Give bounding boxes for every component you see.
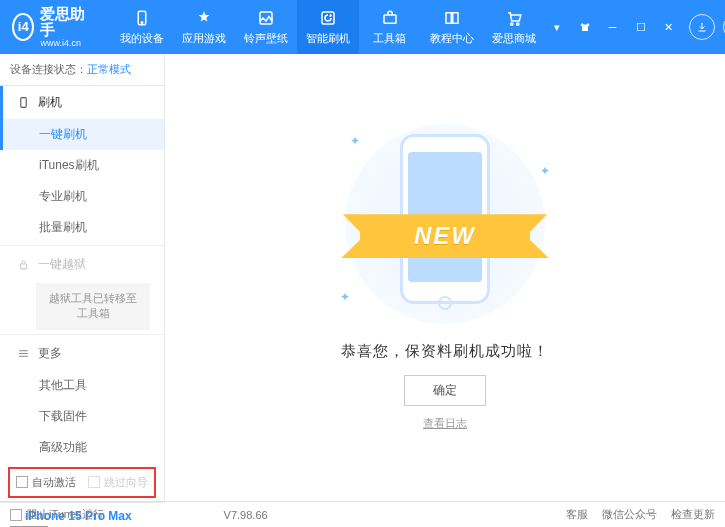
- ok-button[interactable]: 确定: [404, 375, 486, 406]
- new-text: NEW: [414, 222, 476, 250]
- checkbox-label: 跳过向导: [104, 475, 148, 490]
- version-label: V7.98.66: [224, 509, 268, 521]
- image-icon: [256, 8, 276, 28]
- nav-label: 智能刷机: [306, 31, 350, 46]
- close-button[interactable]: ✕: [657, 15, 681, 39]
- connection-status: 设备连接状态：正常模式: [0, 54, 164, 86]
- sidebar: 设备连接状态：正常模式 刷机 一键刷机 iTunes刷机 专业刷机 批量刷机 一…: [0, 54, 165, 501]
- nav-label: 应用游戏: [182, 31, 226, 46]
- minimize-button[interactable]: ─: [601, 15, 625, 39]
- nav-label: 爱思商城: [492, 31, 536, 46]
- nav-label: 工具箱: [373, 31, 406, 46]
- checkbox-icon: [16, 476, 28, 488]
- nav-my-device[interactable]: 我的设备: [111, 0, 173, 54]
- jailbreak-note: 越狱工具已转移至工具箱: [36, 283, 150, 330]
- section-flash[interactable]: 刷机: [0, 86, 164, 119]
- svg-rect-8: [21, 98, 26, 108]
- svg-point-1: [141, 22, 143, 24]
- auto-activate-checkbox[interactable]: 自动激活: [16, 475, 76, 490]
- logo: i4 爱思助手 www.i4.cn: [12, 6, 87, 49]
- checkbox-label: 自动激活: [32, 475, 76, 490]
- maximize-button[interactable]: ☐: [629, 15, 653, 39]
- svg-rect-4: [384, 15, 396, 23]
- sidebar-itunes-flash[interactable]: iTunes刷机: [0, 150, 164, 181]
- block-itunes-checkbox[interactable]: 阻止iTunes运行: [10, 507, 104, 522]
- svg-point-6: [516, 23, 518, 25]
- section-jailbreak: 一键越狱: [0, 248, 164, 281]
- section-title: 刷机: [38, 94, 62, 111]
- section-more[interactable]: 更多: [0, 337, 164, 370]
- svg-rect-9: [20, 264, 27, 269]
- options-row: 自动激活 跳过向导: [8, 467, 156, 498]
- status-value: 正常模式: [87, 63, 131, 75]
- phone-icon: [132, 8, 152, 28]
- sidebar-other-tools[interactable]: 其他工具: [0, 370, 164, 401]
- list-icon: [17, 347, 30, 360]
- view-log-link[interactable]: 查看日志: [423, 416, 467, 431]
- footer-wechat[interactable]: 微信公众号: [602, 507, 657, 522]
- sidebar-one-click-flash[interactable]: 一键刷机: [0, 119, 164, 150]
- main-panel: ✦ ✦ ✦ NEW 恭喜您，保资料刷机成功啦！ 确定 查看日志: [165, 54, 725, 501]
- lock-icon: [17, 258, 30, 271]
- nav-label: 铃声壁纸: [244, 31, 288, 46]
- refresh-icon: [318, 8, 338, 28]
- footer: 阻止iTunes运行 V7.98.66 客服 微信公众号 检查更新: [0, 501, 725, 527]
- nav-ringtones[interactable]: 铃声壁纸: [235, 0, 297, 54]
- window-controls: ▾ ─ ☐ ✕: [545, 14, 725, 40]
- app-url: www.i4.cn: [40, 39, 86, 49]
- nav-store[interactable]: 爱思商城: [483, 0, 545, 54]
- sidebar-batch-flash[interactable]: 批量刷机: [0, 212, 164, 243]
- svg-point-5: [510, 23, 512, 25]
- flash-icon: [17, 96, 30, 109]
- status-label: 设备连接状态：: [10, 63, 87, 75]
- menu-icon[interactable]: ▾: [545, 15, 569, 39]
- logo-icon: i4: [12, 13, 34, 41]
- toolbox-icon: [380, 8, 400, 28]
- nav-label: 我的设备: [120, 31, 164, 46]
- nav-flash[interactable]: 智能刷机: [297, 0, 359, 54]
- nav-tabs: 我的设备 应用游戏 铃声壁纸 智能刷机 工具箱 教程中心 爱思商城: [111, 0, 545, 54]
- book-icon: [442, 8, 462, 28]
- download-button[interactable]: [689, 14, 715, 40]
- section-title: 一键越狱: [38, 256, 86, 273]
- sidebar-download-firmware[interactable]: 下载固件: [0, 401, 164, 432]
- skip-guide-checkbox[interactable]: 跳过向导: [88, 475, 148, 490]
- checkbox-label: 阻止iTunes运行: [27, 507, 104, 522]
- footer-update[interactable]: 检查更新: [671, 507, 715, 522]
- footer-support[interactable]: 客服: [566, 507, 588, 522]
- section-title: 更多: [38, 345, 62, 362]
- app-title: 爱思助手: [40, 6, 86, 39]
- skin-icon[interactable]: [573, 15, 597, 39]
- sidebar-pro-flash[interactable]: 专业刷机: [0, 181, 164, 212]
- svg-rect-3: [322, 12, 334, 24]
- apps-icon: [194, 8, 214, 28]
- nav-label: 教程中心: [430, 31, 474, 46]
- cart-icon: [504, 8, 524, 28]
- content-area: 设备连接状态：正常模式 刷机 一键刷机 iTunes刷机 专业刷机 批量刷机 一…: [0, 54, 725, 501]
- checkbox-icon: [88, 476, 100, 488]
- success-message: 恭喜您，保资料刷机成功啦！: [341, 342, 549, 361]
- titlebar: i4 爱思助手 www.i4.cn 我的设备 应用游戏 铃声壁纸 智能刷机 工具…: [0, 0, 725, 54]
- nav-apps[interactable]: 应用游戏: [173, 0, 235, 54]
- checkbox-icon: [10, 509, 22, 521]
- sidebar-advanced[interactable]: 高级功能: [0, 432, 164, 463]
- nav-toolbox[interactable]: 工具箱: [359, 0, 421, 54]
- new-banner: NEW: [359, 214, 530, 258]
- success-illustration: ✦ ✦ ✦ NEW: [380, 124, 510, 324]
- nav-tutorials[interactable]: 教程中心: [421, 0, 483, 54]
